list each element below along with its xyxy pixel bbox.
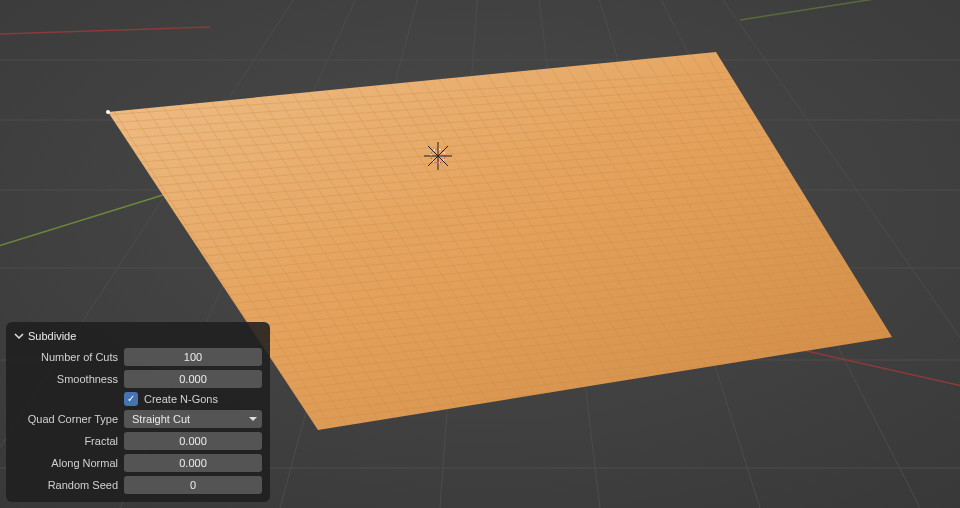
create-ngons-label: Create N-Gons <box>144 393 218 405</box>
random-seed-field[interactable]: 0 <box>124 476 262 494</box>
random-seed-label: Random Seed <box>14 479 118 491</box>
number-of-cuts-field[interactable]: 100 <box>124 348 262 366</box>
quad-corner-type-select[interactable]: Straight Cut <box>124 410 262 428</box>
smoothness-field[interactable]: 0.000 <box>124 370 262 388</box>
number-of-cuts-label: Number of Cuts <box>14 351 118 363</box>
chevron-down-icon <box>14 331 24 341</box>
cursor-3d <box>424 142 452 170</box>
svg-point-99 <box>106 110 110 114</box>
quad-corner-type-label: Quad Corner Type <box>14 413 118 425</box>
chevron-down-icon <box>249 417 257 421</box>
fractal-label: Fractal <box>14 435 118 447</box>
checkmark-icon: ✓ <box>124 392 138 406</box>
operator-panel-header[interactable]: Subdivide <box>14 328 262 348</box>
smoothness-label: Smoothness <box>14 373 118 385</box>
along-normal-label: Along Normal <box>14 457 118 469</box>
along-normal-field[interactable]: 0.000 <box>124 454 262 472</box>
fractal-field[interactable]: 0.000 <box>124 432 262 450</box>
create-ngons-checkbox[interactable]: ✓ Create N-Gons <box>124 392 262 406</box>
operator-panel: Subdivide Number of Cuts 100 Smoothness … <box>6 322 270 502</box>
operator-title: Subdivide <box>28 330 76 342</box>
